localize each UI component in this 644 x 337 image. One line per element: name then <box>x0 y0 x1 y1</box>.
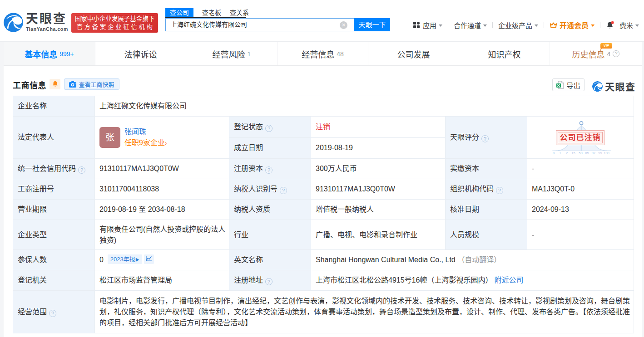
svg-text:99: 99 <box>598 151 602 155</box>
svg-text:15: 15 <box>571 151 575 155</box>
svg-text:85: 85 <box>585 151 589 155</box>
svg-text:100: 100 <box>604 151 609 155</box>
svg-text:0: 0 <box>553 151 555 155</box>
svg-text:97: 97 <box>592 151 595 155</box>
svg-text:1: 1 <box>559 151 561 155</box>
svg-text:50: 50 <box>579 151 582 155</box>
svg-text:2: 2 <box>566 151 568 155</box>
